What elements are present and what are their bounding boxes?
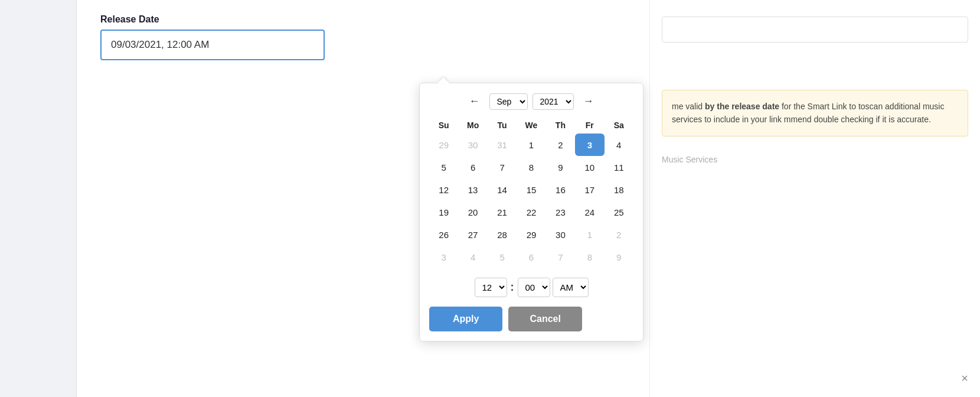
calendar-day[interactable]: 1 [517,134,545,156]
calendar-day[interactable]: 20 [458,201,487,223]
apply-button[interactable]: Apply [429,307,502,331]
calendar-day[interactable]: 12 [429,178,458,201]
prev-month-button[interactable]: ← [465,93,485,110]
release-date-label: Release Date [100,14,626,25]
main-content: Release Date ← JanFebMarAprMayJunJulAugS… [77,0,649,397]
calendar-day[interactable]: 31 [488,134,517,156]
minute-select[interactable]: 00153045 [518,278,550,297]
calendar-day[interactable]: 1 [575,223,604,246]
info-text-bold: by the release date [705,102,779,111]
weekday-header: We [517,117,545,134]
calendar-day[interactable]: 27 [458,223,487,246]
weekday-header: Fr [575,117,604,134]
calendar-day[interactable]: 29 [429,134,458,156]
year-select[interactable]: 20192020202120222023 [533,93,574,110]
weekday-header: Th [546,117,575,134]
calendar-day[interactable]: 19 [429,201,458,223]
calendar-header: ← JanFebMarAprMayJunJulAugSepOctNovDec 2… [429,93,633,110]
calendar-pointer [437,77,449,83]
info-text-before: me valid [672,102,705,111]
calendar-day[interactable]: 15 [517,178,545,201]
right-panel: me valid by the release date for the Sma… [649,0,980,397]
calendar-day[interactable]: 8 [517,156,545,178]
sidebar [0,0,77,397]
calendar-day[interactable]: 11 [605,156,633,178]
calendar-day[interactable]: 9 [546,156,575,178]
date-input-wrapper [100,30,325,60]
calendar-actions: Apply Cancel [429,307,633,331]
calendar-day[interactable]: 18 [605,178,633,201]
cancel-button[interactable]: Cancel [508,307,582,331]
calendar-day[interactable]: 5 [429,156,458,178]
calendar-day[interactable]: 2 [546,134,575,156]
month-select[interactable]: JanFebMarAprMayJunJulAugSepOctNovDec [489,93,528,110]
calendar-day[interactable]: 30 [458,134,487,156]
calendar-day[interactable]: 9 [605,246,633,268]
calendar-day[interactable]: 29 [517,223,545,246]
weekday-header: Tu [488,117,517,134]
weekday-header: Sa [605,117,633,134]
calendar-day[interactable]: 14 [488,178,517,201]
hour-select[interactable]: 123456789101112 [475,278,507,297]
calendar-day[interactable]: 6 [458,156,487,178]
calendar-day[interactable]: 2 [605,223,633,246]
calendar-day[interactable]: 24 [575,201,604,223]
calendar-day[interactable]: 25 [605,201,633,223]
time-picker: 123456789101112 : 00153045 AMPM [429,278,633,297]
music-services-section: Music Services [662,148,968,171]
calendar-day[interactable]: 4 [458,246,487,268]
time-colon: : [509,281,515,294]
calendar-day[interactable]: 26 [429,223,458,246]
info-box: me valid by the release date for the Sma… [662,90,968,136]
right-panel-input[interactable] [662,17,968,43]
calendar-day[interactable]: 22 [517,201,545,223]
calendar-popover: ← JanFebMarAprMayJunJulAugSepOctNovDec 2… [419,83,643,341]
music-services-label: Music Services [662,155,717,164]
calendar-day[interactable]: 30 [546,223,575,246]
calendar-day[interactable]: 4 [605,134,633,156]
calendar-day[interactable]: 28 [488,223,517,246]
weekday-header: Mo [458,117,487,134]
next-month-button[interactable]: → [579,93,599,110]
calendar-day[interactable]: 5 [488,246,517,268]
calendar-day[interactable]: 7 [546,246,575,268]
calendar-day[interactable]: 3 [575,134,604,156]
calendar-day[interactable]: 8 [575,246,604,268]
calendar-day[interactable]: 23 [546,201,575,223]
calendar-day[interactable]: 7 [488,156,517,178]
weekday-header: Su [429,117,458,134]
calendar-day[interactable]: 17 [575,178,604,201]
calendar-day[interactable]: 21 [488,201,517,223]
calendar-day[interactable]: 3 [429,246,458,268]
close-button[interactable]: × [961,372,968,385]
period-select[interactable]: AMPM [553,278,589,297]
date-input[interactable] [100,30,325,60]
calendar-grid: SuMoTuWeThFrSa 2930311234567891011121314… [429,117,633,268]
calendar-day[interactable]: 10 [575,156,604,178]
calendar-day[interactable]: 13 [458,178,487,201]
calendar-day[interactable]: 6 [517,246,545,268]
calendar-day[interactable]: 16 [546,178,575,201]
